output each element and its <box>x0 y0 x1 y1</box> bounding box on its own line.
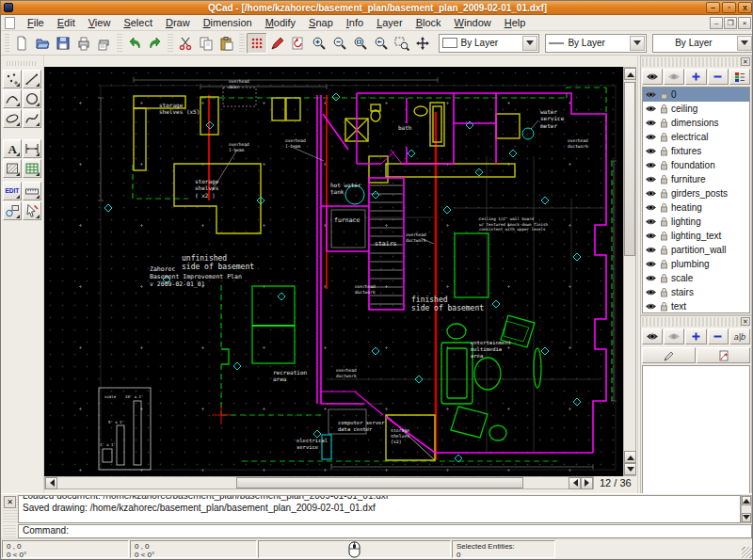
menu-modify[interactable]: Modify <box>259 16 302 29</box>
close-button[interactable]: x <box>738 2 752 13</box>
mdi-restore-button[interactable]: ❐ <box>724 17 737 29</box>
lines-tool-button[interactable] <box>23 70 41 88</box>
history-scrollbar[interactable] <box>741 495 752 523</box>
layer-row-furniture[interactable]: furniture <box>643 172 749 186</box>
print-preview-button[interactable] <box>94 33 115 54</box>
show-all-layers-button[interactable] <box>642 69 663 85</box>
arcs-tool-button[interactable] <box>3 89 22 108</box>
layer-row-electrical[interactable]: electrical <box>643 130 749 144</box>
horizontal-scrollbar[interactable] <box>44 476 594 489</box>
layer-panel-close-icon[interactable]: ✕ <box>741 57 750 66</box>
linetype-combo[interactable]: By Layer <box>652 34 753 53</box>
layer-row-lighting[interactable]: lighting <box>643 215 749 229</box>
undo-button[interactable] <box>124 33 145 54</box>
history-handle[interactable]: ✕ <box>3 496 18 522</box>
copy-button[interactable] <box>196 33 216 54</box>
show-all-blocks-button[interactable] <box>642 328 663 344</box>
zoom-in-button[interactable] <box>309 33 329 54</box>
menu-select[interactable]: Select <box>117 16 159 29</box>
menu-info[interactable]: Info <box>340 16 370 29</box>
layer-row-plumbing[interactable]: plumbing <box>643 257 749 271</box>
vertical-scrollbar[interactable] <box>623 67 636 476</box>
menu-block[interactable]: Block <box>409 16 448 29</box>
zoom-window-button[interactable] <box>392 33 412 54</box>
zoom-out-button[interactable] <box>329 33 350 54</box>
layer-row-heating[interactable]: heating <box>643 200 749 215</box>
dimensions-tool-button[interactable] <box>23 139 41 158</box>
hide-all-layers-button[interactable] <box>664 69 684 85</box>
zoom-previous-button[interactable] <box>371 33 392 54</box>
layer-row-ceiling[interactable]: ceiling <box>643 102 749 116</box>
history-scroll-down[interactable] <box>742 513 751 522</box>
menu-layer[interactable]: Layer <box>370 16 409 29</box>
chevron-down-icon[interactable] <box>737 36 752 51</box>
mdi-minimize-button[interactable]: – <box>710 17 723 29</box>
blocks-tool-button[interactable] <box>3 201 22 220</box>
color-combo[interactable]: By Layer <box>439 34 540 53</box>
redo-button[interactable] <box>145 33 166 54</box>
select-tool-button[interactable] <box>23 201 41 220</box>
edit-layer-button[interactable] <box>729 69 750 85</box>
chevron-down-icon[interactable] <box>630 36 645 51</box>
save-button[interactable] <box>53 33 73 54</box>
splines-tool-button[interactable] <box>23 109 41 128</box>
menu-snap[interactable]: Snap <box>302 16 340 29</box>
layer-panel-handle[interactable]: ✕ <box>642 57 750 67</box>
menu-edit[interactable]: Edit <box>51 16 82 29</box>
minimize-button[interactable]: – <box>706 2 720 13</box>
command-input[interactable]: Command: <box>18 524 752 538</box>
scroll-left-button[interactable] <box>45 477 57 489</box>
maximize-button[interactable]: ▫ <box>722 2 736 13</box>
text-tool-button[interactable]: A <box>3 139 22 158</box>
scroll-up-button-2[interactable] <box>624 451 636 463</box>
resize-grip[interactable] <box>742 547 753 558</box>
add-layer-button[interactable] <box>685 69 706 85</box>
new-button[interactable] <box>11 33 32 54</box>
history-scroll-up[interactable] <box>742 496 751 505</box>
pan-button[interactable] <box>412 33 433 54</box>
width-combo[interactable]: By Layer <box>545 34 647 53</box>
layer-row-stairs[interactable]: stairs <box>643 285 749 299</box>
block-panel-handle[interactable]: ✕ <box>642 317 750 327</box>
layer-row-foundation[interactable]: foundation <box>643 158 749 172</box>
scroll-left-button-2[interactable] <box>569 477 581 489</box>
remove-layer-button[interactable] <box>708 69 729 85</box>
menu-file[interactable]: File <box>21 16 51 29</box>
layer-row-scale[interactable]: scale <box>643 271 749 285</box>
menu-view[interactable]: View <box>82 16 118 29</box>
measure-tool-button[interactable] <box>23 182 41 200</box>
layer-row-dimensions[interactable]: dimensions <box>643 116 749 130</box>
redraw-button[interactable] <box>288 33 309 54</box>
points-tool-button[interactable] <box>3 70 22 88</box>
layer-row-lighting_text[interactable]: lighting_text <box>643 229 749 243</box>
zoom-auto-button[interactable] <box>350 33 371 54</box>
command-line-handle[interactable] <box>3 525 16 537</box>
paste-button[interactable] <box>216 33 237 54</box>
add-block-button[interactable] <box>685 328 706 344</box>
horizontal-scroll-thumb[interactable] <box>236 477 523 488</box>
edit-tool-button[interactable]: EDIT <box>3 182 22 200</box>
history-close-icon[interactable]: ✕ <box>4 496 16 508</box>
ellipses-tool-button[interactable] <box>3 109 22 128</box>
toolbar-handle[interactable] <box>5 34 9 53</box>
open-button[interactable] <box>32 33 53 54</box>
scroll-up-button[interactable] <box>624 68 636 80</box>
menu-window[interactable]: Window <box>448 16 498 29</box>
menu-draw[interactable]: Draw <box>159 16 197 29</box>
menu-help[interactable]: Help <box>498 16 533 29</box>
layer-row-fixtures[interactable]: fixtures <box>643 144 749 158</box>
drawing-canvas[interactable]: storageshelves (x5)overheaddooroverheadI… <box>44 67 623 476</box>
edit-block-button[interactable] <box>642 347 696 363</box>
cut-button[interactable] <box>175 33 196 54</box>
vertical-scroll-thumb[interactable] <box>624 82 635 256</box>
draft-mode-button[interactable] <box>267 33 288 54</box>
hatches-tool-button[interactable] <box>3 159 22 178</box>
mdi-close-button[interactable]: × <box>738 17 751 29</box>
grid-button[interactable] <box>247 33 267 54</box>
rename-block-button[interactable]: a|b <box>729 328 750 344</box>
scroll-down-button[interactable] <box>624 463 636 475</box>
cad-toolbar-handle[interactable] <box>7 61 38 66</box>
circles-tool-button[interactable] <box>23 89 41 108</box>
remove-block-button[interactable] <box>708 328 729 344</box>
layer-row-partition_wall[interactable]: partition_wall <box>643 243 749 257</box>
